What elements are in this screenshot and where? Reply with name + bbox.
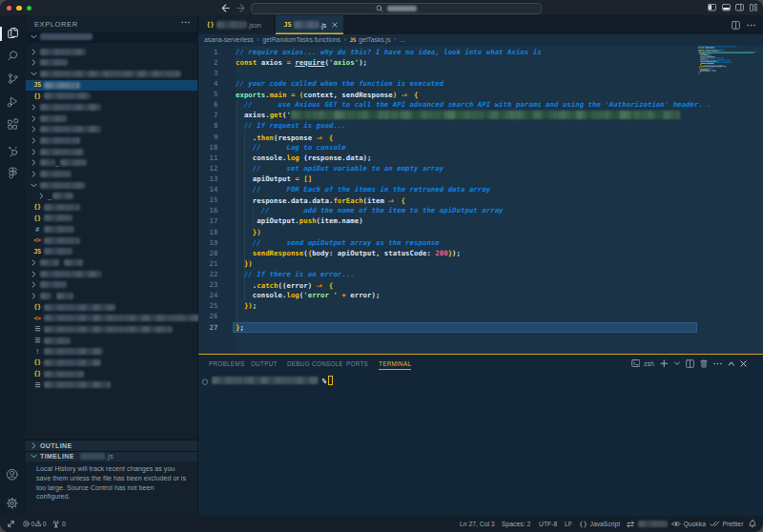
tree-folder-row[interactable] bbox=[26, 257, 197, 268]
tree-folder-row[interactable]: _ bbox=[26, 191, 197, 201]
more-icon[interactable] bbox=[713, 362, 722, 365]
panel-tab-problems[interactable]: PROBLEMS bbox=[209, 355, 244, 372]
code-editor[interactable]: 1// require axios... why do this? I have… bbox=[198, 46, 763, 355]
chevron-up-icon[interactable] bbox=[728, 361, 735, 366]
status-bell[interactable] bbox=[749, 516, 756, 532]
tree-folder-row[interactable] bbox=[26, 291, 197, 301]
tree-file-row[interactable]: {} bbox=[26, 368, 197, 379]
tree-folder-row[interactable] bbox=[26, 57, 197, 68]
activitybar-account[interactable] bbox=[0, 463, 25, 486]
tree-folder-row[interactable] bbox=[26, 47, 197, 57]
panel-tab-terminal[interactable]: TERMINAL bbox=[379, 355, 411, 372]
status-javascript[interactable]: JavaScript bbox=[579, 516, 620, 532]
code-line-18: 18 }) bbox=[198, 227, 763, 237]
status-remote[interactable] bbox=[6, 516, 16, 532]
tree-folder-row[interactable] bbox=[26, 113, 197, 123]
traffic-close-button[interactable] bbox=[7, 6, 12, 11]
traffic-minimize-button[interactable] bbox=[16, 6, 22, 11]
nav-back-button[interactable] bbox=[221, 4, 230, 12]
tree-folder-row[interactable] bbox=[26, 124, 197, 134]
activitybar-figma[interactable] bbox=[0, 162, 25, 185]
activitybar-explorer[interactable] bbox=[0, 21, 25, 44]
panel-tab-ports[interactable]: PORTS bbox=[346, 355, 368, 372]
activitybar-hubspot[interactable] bbox=[0, 139, 25, 162]
plus-icon[interactable] bbox=[660, 359, 669, 368]
terminal-prompt-line[interactable]: ○ % bbox=[202, 376, 333, 386]
minimap-token bbox=[713, 47, 714, 48]
tree-file-row[interactable]: {} bbox=[26, 302, 197, 313]
minimap-token bbox=[744, 51, 752, 51]
tree-folder-row[interactable] bbox=[26, 179, 197, 190]
status-warning[interactable]: 0 bbox=[35, 516, 47, 532]
activitybar-settings[interactable] bbox=[0, 492, 25, 515]
status-radio-tower[interactable]: 0 bbox=[52, 516, 66, 532]
tree-folder-row[interactable] bbox=[26, 69, 197, 79]
split-editor-icon[interactable] bbox=[732, 21, 740, 30]
breadcrumb-item[interactable]: getRandomTasks.functions bbox=[262, 36, 340, 43]
toggle-sidebar-icon[interactable] bbox=[708, 4, 716, 11]
outline-section-header[interactable]: OUTLINE bbox=[26, 440, 197, 451]
chevron-right-icon bbox=[31, 137, 37, 144]
panel-tab-debug-console[interactable]: DEBUG CONSOLE bbox=[287, 355, 343, 372]
tree-file-row[interactable]: JS bbox=[26, 80, 197, 91]
status-utf-8[interactable]: UTF-8 bbox=[539, 516, 557, 532]
tree-folder-row[interactable] bbox=[26, 146, 197, 156]
breadcrumb-item[interactable]: getTasks.js bbox=[359, 36, 391, 43]
trash-icon[interactable] bbox=[700, 359, 708, 368]
timeline-section-header[interactable]: TIMELINE .js bbox=[26, 451, 197, 462]
tab-inactive[interactable]: {}.json bbox=[198, 15, 275, 34]
tree-folder-row[interactable] bbox=[26, 279, 197, 290]
tree-folder-row[interactable] bbox=[26, 269, 197, 279]
activitybar-run-debug[interactable] bbox=[0, 91, 25, 113]
breadcrumb-item[interactable]: ... bbox=[400, 36, 405, 43]
traffic-zoom-button[interactable] bbox=[27, 6, 32, 11]
tree-folder-row[interactable] bbox=[26, 102, 197, 113]
radio-tower-icon bbox=[52, 520, 61, 528]
views-and-more-actions-icon[interactable] bbox=[181, 21, 190, 24]
tree-file-row[interactable]: <> bbox=[26, 313, 197, 323]
tree-file-row[interactable]: ☰ bbox=[26, 379, 197, 390]
close-icon[interactable] bbox=[740, 360, 747, 367]
tree-file-row[interactable]: {} bbox=[26, 213, 197, 223]
toggle-panel-icon[interactable] bbox=[722, 4, 731, 11]
more-icon[interactable] bbox=[747, 24, 755, 27]
status-ln-27-col-3[interactable]: Ln 27, Col 3 bbox=[460, 516, 495, 532]
tree-file-row[interactable]: # bbox=[26, 224, 197, 235]
tree-file-row[interactable]: {} bbox=[26, 202, 197, 213]
activitybar-source-control[interactable] bbox=[0, 68, 25, 91]
tab-active[interactable]: JS.js bbox=[276, 15, 343, 34]
tree-file-row[interactable]: ☰ bbox=[26, 335, 197, 345]
terminal-shell-icon[interactable] bbox=[631, 359, 641, 367]
tab-close-icon[interactable] bbox=[332, 22, 338, 28]
workspace-section-header[interactable] bbox=[26, 31, 197, 43]
code-line-content: }; bbox=[236, 322, 244, 333]
status-quokka[interactable]: Quokka bbox=[671, 516, 706, 532]
tree-folder-row[interactable] bbox=[26, 135, 197, 146]
tree-file-row[interactable]: {} bbox=[26, 358, 197, 368]
code-line-26: 26 bbox=[198, 311, 763, 321]
split-editor-icon[interactable] bbox=[686, 359, 694, 368]
breadcrumb-item[interactable]: asana-serverless bbox=[204, 36, 254, 43]
status-error[interactable]: 0 bbox=[23, 516, 34, 532]
activitybar-search[interactable] bbox=[0, 44, 25, 67]
tree-file-row[interactable]: {} bbox=[26, 91, 197, 101]
chevron-right-icon bbox=[31, 259, 37, 266]
tree-file-row[interactable]: ! bbox=[26, 346, 197, 357]
minimap[interactable] bbox=[697, 46, 758, 84]
activitybar-extensions[interactable] bbox=[0, 113, 25, 136]
toggle-secondary-sidebar-icon[interactable] bbox=[735, 4, 744, 11]
nav-forward-button[interactable] bbox=[237, 4, 245, 12]
command-center[interactable] bbox=[251, 3, 542, 14]
status-spaces-2[interactable]: Spaces: 2 bbox=[502, 516, 530, 532]
status-prettier[interactable]: Prettier bbox=[710, 516, 743, 532]
tree-folder-row[interactable] bbox=[26, 169, 197, 179]
status-sync[interactable] bbox=[626, 516, 668, 532]
customize-layout-icon[interactable] bbox=[750, 4, 758, 11]
tree-file-row[interactable]: JS bbox=[26, 246, 197, 256]
chevron-down-icon[interactable] bbox=[674, 361, 680, 366]
panel-tab-output[interactable]: OUTPUT bbox=[251, 355, 278, 372]
status-lf[interactable]: LF bbox=[565, 516, 572, 532]
tree-folder-row[interactable]: _ bbox=[26, 157, 197, 168]
tree-file-row[interactable]: <> bbox=[26, 235, 197, 246]
tree-file-row[interactable]: ☰ bbox=[26, 324, 197, 335]
